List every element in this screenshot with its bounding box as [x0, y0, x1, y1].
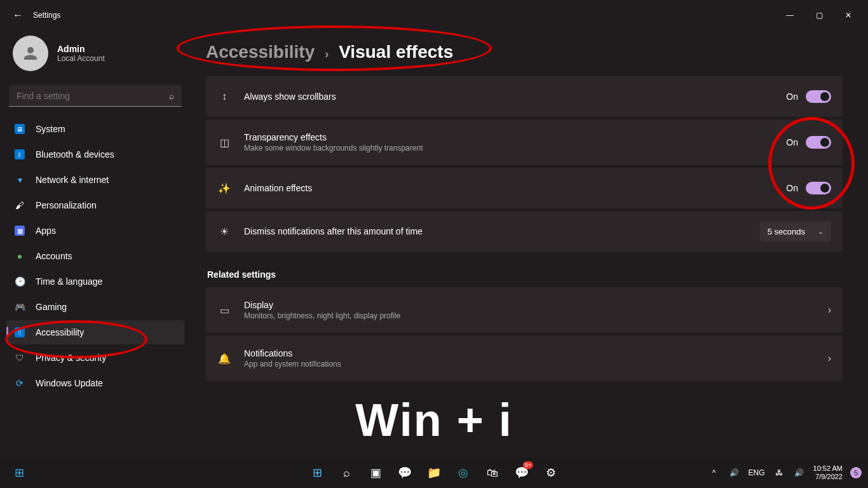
- account-sub: Local Account: [57, 54, 105, 63]
- taskbar-edge[interactable]: ◎: [451, 460, 476, 485]
- back-button[interactable]: ←: [5, 3, 31, 28]
- related-title: Notifications: [244, 348, 815, 358]
- toggle-scrollbars[interactable]: [806, 90, 831, 103]
- sidebar-item-update[interactable]: ⟳ Windows Update: [6, 371, 184, 395]
- toggle-animation[interactable]: [806, 182, 831, 194]
- breadcrumb-parent[interactable]: Accessibility: [206, 42, 315, 62]
- sidebar-item-network[interactable]: ▾ Network & internet: [6, 168, 184, 192]
- tray-notification-badge[interactable]: 5: [850, 467, 862, 478]
- close-button[interactable]: ✕: [834, 5, 863, 25]
- page-title: Visual effects: [339, 42, 453, 62]
- sidebar-item-apps[interactable]: ▦ Apps: [6, 219, 184, 243]
- sidebar-item-accounts[interactable]: ● Accounts: [6, 244, 184, 268]
- taskbar-widgets[interactable]: ⊞: [6, 460, 32, 485]
- related-sub: App and system notifications: [244, 360, 815, 369]
- apps-icon: ▦: [14, 225, 25, 236]
- taskbar-store[interactable]: 🛍: [480, 460, 505, 485]
- account-block[interactable]: Admin Local Account: [6, 30, 184, 83]
- accessibility-icon: 𖠋: [14, 327, 25, 338]
- chevron-right-icon: ›: [828, 304, 831, 316]
- related-display[interactable]: ▭ Display Monitors, brightness, night li…: [206, 287, 843, 333]
- dropdown-value: 5 seconds: [768, 227, 805, 236]
- sidebar-item-privacy[interactable]: 🛡 Privacy & security: [6, 346, 184, 370]
- titlebar: ← Settings — ▢ ✕: [0, 0, 868, 30]
- setting-dismiss-notifications[interactable]: ☀ Dismiss notifications after this amoun…: [206, 211, 843, 252]
- toggle-state: On: [786, 183, 798, 193]
- setting-transparency[interactable]: ◫ Transparency effects Make some window …: [206, 119, 843, 165]
- annotation-shortcut-text: Win + i: [355, 394, 512, 446]
- nav-label: Time & language: [36, 276, 102, 287]
- taskbar: ⊞ ⊞ ⌕ ▣ 💬 📁 ◎ 🛍 💬 ⚙ ^ 🔊 ENG 🖧 🔊 10:52 AM…: [0, 458, 868, 488]
- sidebar-item-system[interactable]: 🖥 System: [6, 117, 184, 141]
- related-title: Display: [244, 300, 815, 310]
- scrollbar-icon: ↕: [217, 91, 231, 102]
- taskbar-settings[interactable]: ⚙: [538, 460, 564, 485]
- sidebar-item-personalization[interactable]: 🖌 Personalization: [6, 193, 184, 217]
- taskbar-search[interactable]: ⌕: [334, 460, 359, 485]
- nav-label: Apps: [36, 226, 56, 236]
- nav-label: Windows Update: [36, 378, 103, 388]
- tray-speaker-icon[interactable]: 🔊: [728, 468, 741, 477]
- nav-list: 🖥 System ᛒ Bluetooth & devices ▾ Network…: [6, 117, 184, 395]
- system-icon: 🖥: [14, 123, 25, 135]
- toggle-transparency[interactable]: [806, 136, 831, 149]
- setting-scrollbars[interactable]: ↕ Always show scrollbars On: [206, 76, 843, 117]
- person-icon: [21, 44, 40, 63]
- setting-title: Dismiss notifications after this amount …: [244, 226, 747, 236]
- display-icon: ▭: [217, 304, 231, 316]
- minimize-button[interactable]: —: [775, 5, 804, 25]
- setting-animation[interactable]: ✨ Animation effects On: [206, 168, 843, 208]
- shield-icon: 🛡: [14, 352, 25, 363]
- tray-volume-icon[interactable]: 🔊: [793, 468, 806, 477]
- setting-title: Always show scrollbars: [244, 92, 773, 102]
- sidebar-item-bluetooth[interactable]: ᛒ Bluetooth & devices: [6, 142, 184, 166]
- paint-icon: 🖌: [14, 200, 25, 211]
- chevron-right-icon: ›: [828, 353, 831, 364]
- clock-icon: 🕑: [14, 276, 25, 287]
- account-name: Admin: [57, 44, 105, 54]
- content: Accessibility › Visual effects ↕ Always …: [191, 30, 868, 458]
- sidebar-item-time[interactable]: 🕑 Time & language: [6, 269, 184, 294]
- related-sub: Monitors, brightness, night light, displ…: [244, 311, 815, 320]
- nav-label: Bluetooth & devices: [36, 149, 114, 159]
- nav-label: System: [36, 124, 65, 134]
- setting-title: Transparency effects: [244, 132, 773, 142]
- nav-label: Accessibility: [36, 327, 84, 337]
- gaming-icon: 🎮: [14, 301, 25, 313]
- wifi-icon: ▾: [14, 174, 25, 186]
- nav-label: Gaming: [36, 302, 67, 312]
- nav-label: Network & internet: [36, 175, 109, 185]
- toggle-state: On: [786, 92, 798, 102]
- taskbar-app-zalo[interactable]: 💬: [509, 460, 534, 485]
- maximize-button[interactable]: ▢: [804, 5, 834, 25]
- setting-sub: Make some window backgrounds slightly tr…: [244, 144, 773, 152]
- search-icon: ⌕: [169, 91, 174, 101]
- animation-icon: ✨: [217, 182, 231, 194]
- accounts-icon: ●: [14, 250, 25, 262]
- related-notifications[interactable]: 🔔 Notifications App and system notificat…: [206, 336, 843, 381]
- tray-network-icon[interactable]: 🖧: [773, 468, 785, 477]
- sidebar-item-gaming[interactable]: 🎮 Gaming: [6, 295, 184, 319]
- sidebar-item-accessibility[interactable]: 𖠋 Accessibility: [6, 320, 184, 344]
- tray-language[interactable]: ENG: [749, 468, 765, 477]
- taskbar-taskview[interactable]: ▣: [363, 460, 388, 485]
- taskbar-explorer[interactable]: 📁: [421, 460, 447, 485]
- transparency-icon: ◫: [217, 137, 231, 149]
- avatar: [13, 36, 48, 71]
- toggle-state: On: [786, 137, 798, 147]
- chevron-right-icon: ›: [325, 48, 329, 61]
- window-title: Settings: [33, 11, 60, 20]
- tray-chevron-icon[interactable]: ^: [708, 468, 721, 477]
- tray-date: 7/9/2022: [813, 473, 843, 481]
- bluetooth-icon: ᛒ: [14, 149, 25, 160]
- search-box[interactable]: ⌕: [9, 85, 182, 107]
- dismiss-time-dropdown[interactable]: 5 seconds ⌄: [760, 221, 831, 241]
- setting-title: Animation effects: [244, 183, 773, 193]
- taskbar-start[interactable]: ⊞: [304, 460, 330, 485]
- taskbar-chat[interactable]: 💬: [392, 460, 417, 485]
- chevron-down-icon: ⌄: [818, 227, 824, 236]
- search-input[interactable]: [17, 91, 169, 101]
- tray-clock[interactable]: 10:52 AM 7/9/2022: [813, 464, 843, 481]
- nav-label: Personalization: [36, 200, 97, 210]
- nav-label: Accounts: [36, 251, 72, 261]
